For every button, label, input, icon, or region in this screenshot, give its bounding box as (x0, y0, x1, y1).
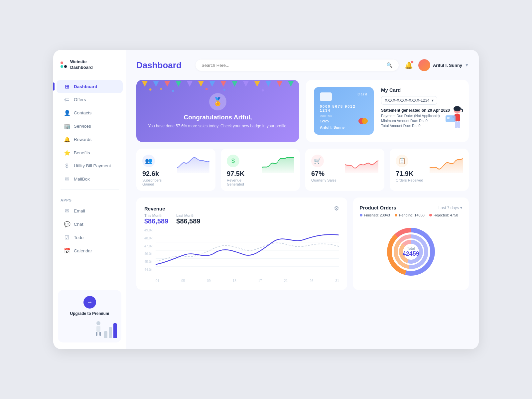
card-expiry: 12/25 (320, 119, 329, 123)
upgrade-card[interactable]: → Upgrade to Premium (58, 290, 121, 342)
svg-marker-16 (277, 81, 282, 87)
revenue-x-labels: 0105091317212631 (144, 279, 339, 283)
sidebar-icon-chat: 💬 (64, 221, 70, 227)
sidebar-icon-contacts: 👤 (64, 110, 70, 116)
card-holder-name: Ariful I. Sunny (320, 125, 368, 129)
logo-dot-pink (61, 62, 63, 64)
last-month-label: Last Month (176, 213, 200, 217)
svg-marker-8 (187, 81, 193, 87)
legend-dot-pending (395, 214, 397, 216)
stat-icon-orders: 📋 (396, 155, 408, 167)
sidebar-item-utility-bill[interactable]: $ Utility Bill Payment (57, 160, 123, 172)
sidebar-item-benefits[interactable]: ⭐ Benefits (57, 146, 123, 159)
user-name: Ariful I. Sunny (433, 63, 462, 68)
sidebar-item-email[interactable]: ✉ Email (57, 204, 123, 217)
card-brand-label: Card (357, 92, 368, 96)
stat-label-sales: Quarterly Sales (311, 178, 336, 182)
sidebar-item-mailbox[interactable]: ✉ MailBox (57, 173, 123, 186)
sidebar-label-services: Services (74, 124, 91, 129)
apps-section-label: Apps (53, 193, 126, 204)
congrats-title: Congratulations Ariful, (184, 114, 252, 121)
revenue-x-label: 17 (258, 279, 262, 283)
stat-card-subscribers: 👥 92.6k Subscribers Gained (136, 149, 215, 191)
revenue-months: This Month $86,589 Last Month $86,589 (144, 213, 339, 225)
svg-point-32 (454, 106, 461, 111)
sidebar-item-dashboard[interactable]: ⊞ Dashboard (57, 80, 123, 93)
revenue-y-label: 48.0k (144, 236, 156, 240)
sidebar-label-offers: Offers (74, 97, 86, 102)
sidebar-item-chat[interactable]: 💬 Chat (57, 218, 123, 231)
sidebar-icon-calendar: 📅 (64, 248, 70, 254)
legend-item-pending: Pending: 14658 (395, 213, 425, 217)
svg-marker-10 (209, 81, 215, 87)
main-content: Dashboard 🔍 🔔 Ariful I. Sunny ▼ (126, 50, 479, 349)
svg-marker-5 (153, 81, 159, 87)
stat-value-orders: 71.9K (396, 170, 423, 178)
sidebar-item-contacts[interactable]: 👤 Contacts (57, 106, 123, 119)
last-month-value: $86,589 (176, 217, 200, 225)
logo-dot-teal (61, 65, 63, 68)
po-header: Product Orders Last 7 days ▾ (360, 205, 462, 210)
revenue-y-label: 45.0k (144, 260, 156, 264)
svg-rect-1 (96, 326, 100, 332)
chevron-down-icon: ▼ (465, 63, 469, 67)
stat-value-subscribers: 92.6k (142, 170, 174, 178)
sidebar-icon-utility-bill: $ (64, 163, 70, 169)
bottom-row: Revenue ⚙ This Month $86,589 Last Month … (136, 198, 469, 290)
revenue-chart-svg (156, 228, 339, 274)
po-legend: Finished: 23043 Pending: 14658 Rejected:… (360, 213, 462, 217)
notifications-button[interactable]: 🔔 (405, 61, 413, 69)
search-input[interactable] (201, 63, 383, 68)
confetti-decoration (136, 80, 299, 96)
my-card-section: Card 0000 5678 9012 1234 Valid Thru 12/2… (306, 80, 469, 142)
confetti-svg (136, 80, 299, 96)
card-number: 0000 5678 9012 1234 (320, 104, 368, 112)
legend-dot-rejected (429, 214, 432, 216)
upgrade-title: Upgrade to Premium (63, 311, 117, 316)
sidebar-item-offers[interactable]: 🏷 Offers (57, 93, 123, 106)
stat-card-sales: 🛒 67% Quarterly Sales (305, 149, 384, 191)
notification-badge (411, 61, 414, 64)
user-profile[interactable]: Ariful I. Sunny ▼ (418, 59, 469, 71)
legend-item-finished: Finished: 23043 (360, 213, 390, 217)
svg-marker-15 (266, 81, 271, 87)
svg-rect-30 (446, 115, 456, 122)
sidebar-item-services[interactable]: 🏢 Services (57, 120, 123, 133)
donut-chart-area: Total 42459 (360, 222, 462, 282)
svg-marker-17 (288, 81, 294, 87)
sidebar-label-email: Email (74, 208, 85, 213)
card-valid-label: Valid Thru (320, 114, 368, 117)
revenue-title: Revenue (144, 206, 165, 211)
revenue-x-label: 21 (284, 279, 288, 283)
logo-dot-dark (64, 65, 67, 68)
revenue-y-label: 46.0k (144, 252, 156, 256)
mastercard-logo (358, 118, 368, 124)
my-card-title: My Card (381, 87, 461, 93)
card-footer: 12/25 (320, 118, 368, 124)
sidebar-item-calendar[interactable]: 📅 Calendar (57, 244, 123, 257)
svg-rect-28 (455, 121, 458, 128)
logo-text-line2: Dashboard (70, 65, 93, 70)
search-icon: 🔍 (386, 62, 393, 68)
legend-dot-finished (360, 214, 362, 216)
header: Dashboard 🔍 🔔 Ariful I. Sunny ▼ (136, 59, 469, 71)
svg-marker-14 (254, 81, 260, 87)
sidebar-icon-todo: ☑ (64, 234, 70, 241)
revenue-card: Revenue ⚙ This Month $86,589 Last Month … (136, 198, 347, 290)
revenue-y-label: 49.0k (144, 228, 156, 232)
po-period-chevron: ▾ (460, 205, 462, 210)
sidebar-item-todo[interactable]: ☑ Todo (57, 231, 123, 244)
revenue-settings-button[interactable]: ⚙ (334, 205, 339, 212)
stat-value-sales: 67% (311, 170, 336, 178)
card-selector[interactable]: XXXX-XXXX-XXXX-1234 ▾ (381, 96, 437, 105)
logo-text-line1: Website (70, 59, 93, 65)
sidebar-item-rewards[interactable]: 🔔 Rewards (57, 133, 123, 146)
legend-label-finished: Finished: 23043 (364, 213, 390, 217)
svg-marker-6 (164, 81, 170, 87)
active-bar (53, 83, 55, 90)
stat-label-revenue: Revenue Generated (227, 178, 259, 186)
congrats-subtitle: You have done 57.6% more sales today. Ch… (148, 123, 288, 129)
stat-chart-revenue (262, 155, 294, 173)
po-period-selector[interactable]: Last 7 days ▾ (439, 205, 462, 210)
svg-rect-23 (223, 88, 225, 91)
